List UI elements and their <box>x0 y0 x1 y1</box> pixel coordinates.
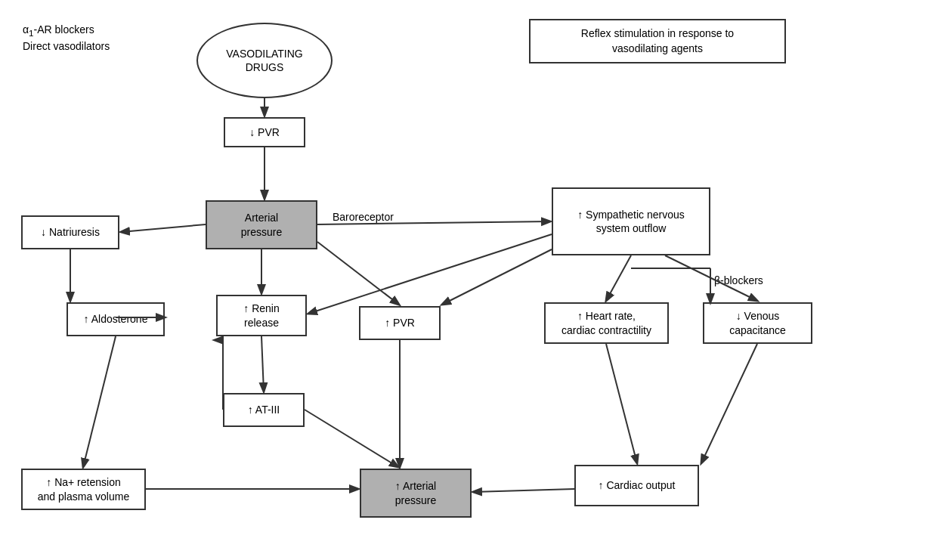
na-retention-label: ↑ Na+ retensionand plasma volume <box>38 475 129 503</box>
svg-line-17 <box>606 344 637 463</box>
arterial-pressure-top-box: Arterialpressure <box>206 200 317 249</box>
ar-blockers-label: α1-AR blockersDirect vasodilators <box>23 23 110 54</box>
svg-line-9 <box>261 336 264 391</box>
at3-label: ↑ AT-III <box>248 403 280 416</box>
renin-release-label: ↑ Reninrelease <box>243 302 279 329</box>
na-retention-box: ↑ Na+ retensionand plasma volume <box>21 469 146 510</box>
svg-line-18 <box>701 344 757 463</box>
heart-rate-label: ↑ Heart rate,cardiac contractility <box>561 309 651 336</box>
beta-blockers-label: β-blockers <box>714 274 763 289</box>
svg-line-21 <box>317 242 399 305</box>
venous-label: ↓ Venouscapacitance <box>729 309 786 336</box>
pvr-increase-label: ↑ PVR <box>385 316 415 330</box>
sympathetic-label: ↑ Sympathetic nervoussystem outflow <box>577 208 685 235</box>
svg-line-8 <box>83 336 116 467</box>
heart-rate-box: ↑ Heart rate,cardiac contractility <box>544 302 669 344</box>
svg-line-20 <box>308 234 552 314</box>
cardiac-output-label: ↑ Cardiac output <box>599 478 676 492</box>
pvr-increase-box: ↑ PVR <box>359 306 441 340</box>
natriuresis-label: ↓ Natriuresis <box>41 225 100 239</box>
svg-line-13 <box>606 255 631 301</box>
svg-line-22 <box>442 249 552 305</box>
baroreceptor-label: Baroreceptor <box>333 210 394 225</box>
vasodilating-drugs-box: VASODILATINGDRUGS <box>196 23 333 98</box>
svg-line-19 <box>473 489 574 492</box>
aldosterone-box: ↑ Aldosterone <box>67 302 165 336</box>
at3-box: ↑ AT-III <box>223 393 305 427</box>
arterial-pressure-bottom-label: ↑ Arterialpressure <box>395 479 436 506</box>
sympathetic-box: ↑ Sympathetic nervoussystem outflow <box>552 187 710 255</box>
venous-box: ↓ Venouscapacitance <box>703 302 812 344</box>
aldosterone-label: ↑ Aldosterone <box>84 312 148 326</box>
cardiac-output-box: ↑ Cardiac output <box>574 465 699 506</box>
svg-line-4 <box>121 224 206 232</box>
diagram: α1-AR blockersDirect vasodilators Reflex… <box>0 0 925 560</box>
natriuresis-box: ↓ Natriuresis <box>21 215 119 249</box>
pvr-decrease-label: ↓ PVR <box>249 125 280 139</box>
arterial-pressure-bottom-box: ↑ Arterialpressure <box>360 469 472 518</box>
pvr-decrease-box: ↓ PVR <box>224 117 305 147</box>
vasodilating-drugs-label: VASODILATINGDRUGS <box>226 47 302 74</box>
arterial-pressure-top-label: Arterialpressure <box>241 211 282 238</box>
svg-line-10 <box>305 410 398 467</box>
reflex-box: Reflex stimulation in response tovasodil… <box>529 19 786 63</box>
renin-release-box: ↑ Reninrelease <box>216 295 307 336</box>
